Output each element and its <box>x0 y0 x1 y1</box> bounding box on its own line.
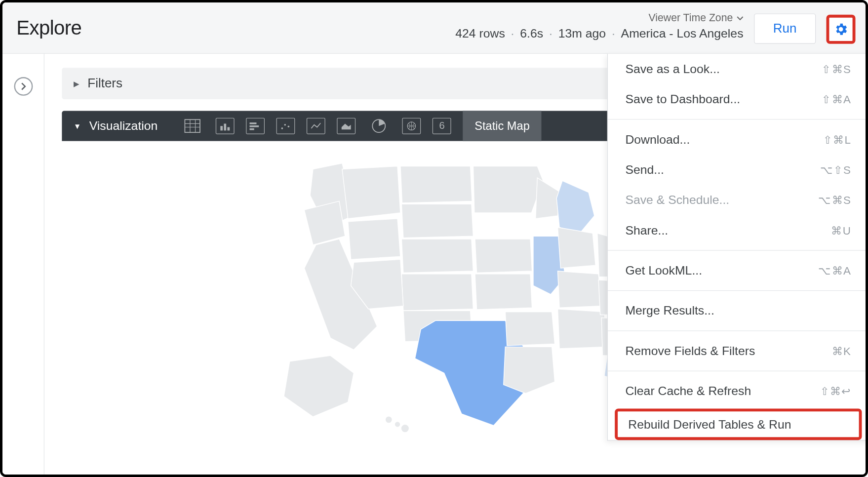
rows-count: 424 rows <box>455 26 505 40</box>
menu-item-label: Rebuild Derived Tables & Run <box>628 417 791 431</box>
chevron-down-icon <box>736 14 743 21</box>
svg-point-16 <box>385 416 392 423</box>
svg-rect-8 <box>250 122 257 124</box>
menu-item[interactable]: Save as a Look...⇧⌘S <box>608 54 868 84</box>
left-rail <box>2 54 44 477</box>
menu-item[interactable]: Download...⇧⌘L <box>608 124 868 155</box>
us-map-svg <box>272 146 645 437</box>
menu-item-label: Save & Schedule... <box>625 193 729 207</box>
menu-item-highlight: Rebuild Derived Tables & Run <box>615 408 862 440</box>
menu-item[interactable]: Share...⌘U <box>608 215 868 245</box>
viz-bar-icon[interactable] <box>216 118 235 134</box>
menu-separator <box>608 290 868 291</box>
menu-item-label: Download... <box>625 132 690 146</box>
menu-item-shortcut: ⇧⌘↩ <box>820 384 852 398</box>
caret-right-icon: ▶ <box>74 79 79 88</box>
menu-separator <box>608 119 868 119</box>
menu-item[interactable]: Clear Cache & Refresh⇧⌘↩ <box>608 376 868 406</box>
svg-rect-10 <box>250 128 254 130</box>
viz-tab-static-map[interactable]: Static Map <box>463 111 542 141</box>
query-stats: 424 rows · 6.6s · 13m ago · America - Lo… <box>455 26 743 40</box>
menu-item-shortcut: ⌥⌘A <box>818 264 851 277</box>
timezone-selector[interactable]: Viewer Time Zone <box>649 12 744 24</box>
svg-rect-0 <box>185 119 200 132</box>
menu-item-shortcut: ⌥⇧S <box>820 163 851 176</box>
menu-item-label: Send... <box>625 163 664 177</box>
query-duration: 6.6s <box>520 26 543 40</box>
menu-separator <box>608 330 868 331</box>
menu-item[interactable]: Remove Fields & Filters⌘K <box>608 336 868 366</box>
menu-item[interactable]: Send...⌥⇧S <box>608 155 868 185</box>
menu-item-shortcut: ⌥⌘S <box>818 193 851 206</box>
menu-item[interactable]: Save to Dashboard...⇧⌘A <box>608 84 868 114</box>
menu-item-shortcut: ⌘U <box>831 224 851 237</box>
explore-header: Explore Viewer Time Zone 424 rows · 6.6s… <box>2 2 868 54</box>
settings-dropdown-menu: Save as a Look...⇧⌘SSave to Dashboard...… <box>607 54 868 441</box>
menu-item-label: Save as a Look... <box>625 62 719 76</box>
menu-item-label: Remove Fields & Filters <box>625 344 755 358</box>
query-timezone: America - Los Angeles <box>621 26 744 40</box>
chevron-right-icon <box>19 82 28 91</box>
svg-rect-9 <box>250 125 259 127</box>
menu-item-label: Get LookML... <box>625 264 702 278</box>
svg-point-11 <box>281 127 283 129</box>
menu-item-shortcut: ⇧⌘A <box>822 92 851 106</box>
menu-item-shortcut: ⌘K <box>832 344 852 358</box>
settings-gear-button[interactable] <box>827 15 856 44</box>
svg-rect-7 <box>228 127 230 131</box>
svg-rect-5 <box>221 126 223 130</box>
menu-separator <box>608 371 868 371</box>
menu-item-label: Save to Dashboard... <box>625 92 740 106</box>
expand-sidebar-button[interactable] <box>14 77 33 96</box>
page-title: Explore <box>16 16 81 39</box>
caret-down-icon: ▼ <box>74 121 81 130</box>
viz-map-icon[interactable] <box>402 118 421 134</box>
viz-line-icon[interactable] <box>307 118 325 134</box>
menu-item-label: Merge Results... <box>625 304 714 318</box>
filters-label: Filters <box>87 76 122 91</box>
menu-item: Save & Schedule...⌥⌘S <box>608 185 868 215</box>
viz-pie-icon[interactable] <box>367 116 391 136</box>
svg-rect-6 <box>224 123 227 130</box>
gear-icon <box>833 22 849 37</box>
menu-item[interactable]: Merge Results... <box>608 296 868 326</box>
svg-point-14 <box>373 119 386 132</box>
svg-point-18 <box>401 424 409 433</box>
menu-item[interactable]: Rebuild Derived Tables & Run <box>618 411 859 437</box>
menu-item-label: Clear Cache & Refresh <box>625 384 751 398</box>
svg-point-17 <box>395 421 400 427</box>
viz-column-icon[interactable] <box>246 118 265 134</box>
viz-scatter-icon[interactable] <box>276 118 295 134</box>
run-button[interactable]: Run <box>754 13 816 43</box>
query-age: 13m ago <box>558 26 606 40</box>
viz-single-value-icon[interactable]: 6 <box>433 118 451 134</box>
menu-separator <box>608 250 868 250</box>
menu-item[interactable]: Get LookML...⌥⌘A <box>608 255 868 285</box>
menu-item-shortcut: ⇧⌘L <box>823 133 851 146</box>
state-michigan <box>556 181 594 233</box>
svg-point-12 <box>284 124 286 126</box>
menu-item-label: Share... <box>625 223 668 237</box>
timezone-label: Viewer Time Zone <box>649 12 733 24</box>
svg-point-13 <box>288 126 290 128</box>
viz-table-icon[interactable] <box>181 116 204 136</box>
visualization-label: Visualization <box>89 119 158 133</box>
menu-item-shortcut: ⇧⌘S <box>822 62 851 76</box>
viz-area-icon[interactable] <box>337 118 356 134</box>
